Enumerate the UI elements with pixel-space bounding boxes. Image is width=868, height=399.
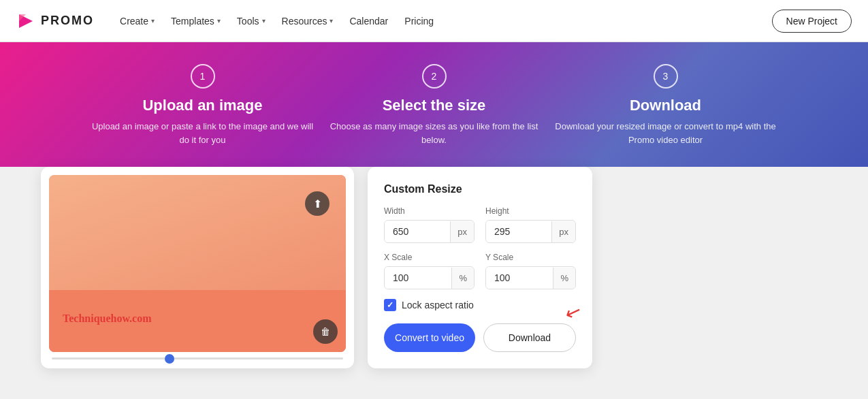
width-unit: px xyxy=(450,221,474,242)
height-input[interactable] xyxy=(486,221,551,242)
yscale-label: Y Scale xyxy=(485,253,576,262)
checkmark-icon: ✓ xyxy=(387,300,393,310)
preview-slider-container xyxy=(49,352,346,362)
step-1-circle: 1 xyxy=(191,64,215,89)
xscale-field: X Scale % xyxy=(384,253,475,289)
height-field: Height px xyxy=(485,206,576,243)
step-3-desc: Download your resized image or convert t… xyxy=(550,120,782,146)
width-input-wrap: px xyxy=(384,220,475,243)
lock-aspect-checkbox[interactable]: ✓ xyxy=(384,299,396,311)
step-3-circle: 3 xyxy=(654,64,678,89)
nav-resources[interactable]: Resources ▾ xyxy=(275,12,340,31)
preview-image-container: ⬆ Techniquehow.com 🗑 xyxy=(49,175,346,352)
step-1-desc: Upload an image or paste a link to the i… xyxy=(87,120,319,146)
step-2-circle: 2 xyxy=(422,64,447,89)
nav-templates[interactable]: Templates ▾ xyxy=(164,12,227,31)
chevron-down-icon: ▾ xyxy=(217,17,221,25)
step-1-title: Upload an image xyxy=(87,97,319,114)
step-1: 1 Upload an image Upload an image or pas… xyxy=(87,64,319,146)
zoom-slider[interactable] xyxy=(52,357,343,360)
lock-aspect-row: ✓ Lock aspect ratio xyxy=(384,299,576,311)
xscale-label: X Scale xyxy=(384,253,475,262)
nav-create-label: Create xyxy=(120,16,148,27)
nav-templates-label: Templates xyxy=(171,16,214,27)
resize-panel: Custom Resize Width px Height px X Scale xyxy=(368,167,592,368)
height-unit: px xyxy=(551,221,575,242)
header: PROMO Create ▾ Templates ▾ Tools ▾ Resou… xyxy=(0,0,868,42)
height-label: Height xyxy=(485,206,576,216)
scale-row: X Scale % Y Scale % xyxy=(384,253,576,289)
step-3-title: Download xyxy=(550,97,782,114)
preview-image-inner: ⬆ Techniquehow.com 🗑 xyxy=(49,175,346,352)
yscale-input[interactable] xyxy=(486,267,553,289)
step-2-title: Select the size xyxy=(319,97,550,114)
step-3: 3 Download Download your resized image o… xyxy=(550,64,782,146)
nav-resources-label: Resources xyxy=(282,16,327,27)
chevron-down-icon: ▾ xyxy=(262,17,266,25)
yscale-unit: % xyxy=(553,268,575,289)
yscale-field: Y Scale % xyxy=(485,253,576,289)
nav-calendar[interactable]: Calendar xyxy=(342,12,395,31)
nav-tools-label: Tools xyxy=(237,16,259,27)
preview-orange-block xyxy=(49,175,346,299)
step-2: 2 Select the size Choose as many image s… xyxy=(319,64,550,146)
nav-create[interactable]: Create ▾ xyxy=(113,12,161,31)
cursor-icon: ⬆ xyxy=(305,191,329,216)
nav-pricing[interactable]: Pricing xyxy=(398,12,440,31)
xscale-input-wrap: % xyxy=(384,266,475,289)
promo-logo-icon xyxy=(16,12,35,31)
step-2-desc: Choose as many image sizes as you like f… xyxy=(319,120,550,146)
nav-calendar-label: Calendar xyxy=(349,16,388,27)
dimensions-row: Width px Height px xyxy=(384,206,576,243)
delete-icon[interactable]: 🗑 xyxy=(313,319,338,344)
main-nav: Create ▾ Templates ▾ Tools ▾ Resources ▾… xyxy=(113,12,440,31)
download-button[interactable]: Download xyxy=(483,323,576,352)
watermark-text: Techniquehow.com xyxy=(63,313,152,325)
convert-to-video-button[interactable]: Convert to video xyxy=(384,323,475,352)
chevron-down-icon: ▾ xyxy=(329,17,333,25)
action-buttons: Convert to video Download ↙ xyxy=(384,323,576,352)
new-project-button[interactable]: New Project xyxy=(772,10,852,33)
height-input-wrap: px xyxy=(485,220,576,243)
chevron-down-icon: ▾ xyxy=(151,17,155,25)
logo[interactable]: PROMO xyxy=(16,12,94,31)
preview-card: ⬆ Techniquehow.com 🗑 xyxy=(41,167,354,368)
width-label: Width xyxy=(384,206,475,216)
logo-text: PROMO xyxy=(41,14,94,28)
xscale-input[interactable] xyxy=(385,267,451,289)
nav-pricing-label: Pricing xyxy=(404,16,434,27)
width-input[interactable] xyxy=(385,221,450,242)
lock-aspect-label: Lock aspect ratio xyxy=(402,300,474,310)
width-field: Width px xyxy=(384,206,475,243)
nav-tools[interactable]: Tools ▾ xyxy=(230,12,272,31)
yscale-input-wrap: % xyxy=(485,266,576,289)
resize-panel-title: Custom Resize xyxy=(384,183,576,195)
main-content: ⬆ Techniquehow.com 🗑 Custom Resize Width… xyxy=(0,167,868,368)
header-left: PROMO Create ▾ Templates ▾ Tools ▾ Resou… xyxy=(16,12,440,31)
xscale-unit: % xyxy=(451,268,474,289)
